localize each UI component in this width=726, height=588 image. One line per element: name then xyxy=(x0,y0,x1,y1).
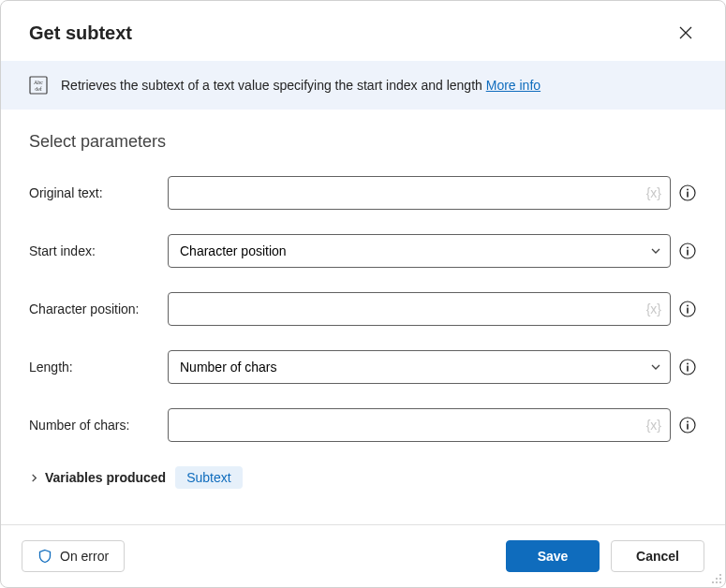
info-icon[interactable] xyxy=(678,242,697,260)
svg-point-13 xyxy=(687,362,689,364)
chevron-right-icon xyxy=(29,473,39,483)
field-number-of-chars: Number of chars: {x} xyxy=(29,408,697,442)
variables-produced-toggle[interactable]: Variables produced xyxy=(29,470,166,485)
number-of-chars-input[interactable] xyxy=(168,408,671,442)
on-error-label: On error xyxy=(60,549,109,564)
select-wrap: Character position xyxy=(168,234,671,268)
svg-rect-11 xyxy=(687,308,689,314)
svg-rect-8 xyxy=(687,250,689,256)
select-wrap: Number of chars xyxy=(168,350,671,384)
svg-point-4 xyxy=(687,188,689,190)
label-length: Length: xyxy=(29,360,160,375)
field-original-text: Original text: {x} xyxy=(29,176,697,210)
variable-chip[interactable]: Subtext xyxy=(175,466,242,489)
input-wrap: {x} xyxy=(168,408,671,442)
description-banner: Abc def Retrieves the subtext of a text … xyxy=(1,61,725,110)
info-icon[interactable] xyxy=(678,184,697,202)
svg-point-7 xyxy=(687,246,689,248)
svg-rect-5 xyxy=(687,192,689,198)
svg-point-16 xyxy=(687,420,689,422)
svg-rect-14 xyxy=(687,366,689,372)
abc-icon: Abc def xyxy=(29,76,48,95)
description-text: Retrieves the subtext of a text value sp… xyxy=(61,78,541,93)
svg-text:def: def xyxy=(35,86,42,92)
dialog: Get subtext Abc def Retrieves the subtex… xyxy=(0,0,726,588)
label-original-text: Original text: xyxy=(29,185,160,200)
svg-point-10 xyxy=(687,304,689,306)
content-area: Select parameters Original text: {x} Sta… xyxy=(1,110,725,524)
dialog-title: Get subtext xyxy=(29,22,132,44)
info-icon[interactable] xyxy=(678,416,697,434)
variables-produced-row: Variables produced Subtext xyxy=(29,466,697,489)
shield-icon xyxy=(37,549,52,564)
field-length: Length: Number of chars xyxy=(29,350,697,384)
field-character-position: Character position: {x} xyxy=(29,292,697,326)
close-button[interactable] xyxy=(671,18,701,48)
original-text-input[interactable] xyxy=(168,176,671,210)
start-index-select[interactable]: Character position xyxy=(168,234,671,268)
variables-produced-label: Variables produced xyxy=(45,470,166,485)
more-info-link[interactable]: More info xyxy=(486,78,541,93)
dialog-header: Get subtext xyxy=(1,1,725,61)
svg-rect-17 xyxy=(687,424,689,430)
section-title: Select parameters xyxy=(29,132,697,152)
dialog-footer: On error Save Cancel xyxy=(1,524,725,587)
label-number-of-chars: Number of chars: xyxy=(29,418,160,433)
close-icon xyxy=(679,26,692,39)
field-start-index: Start index: Character position xyxy=(29,234,697,268)
info-icon[interactable] xyxy=(678,358,697,376)
input-wrap: {x} xyxy=(168,292,671,326)
label-character-position: Character position: xyxy=(29,301,160,316)
footer-actions: Save Cancel xyxy=(506,540,704,572)
info-icon[interactable] xyxy=(678,300,697,318)
cancel-button[interactable]: Cancel xyxy=(611,540,704,572)
length-select[interactable]: Number of chars xyxy=(168,350,671,384)
on-error-button[interactable]: On error xyxy=(22,540,125,572)
character-position-input[interactable] xyxy=(168,292,671,326)
svg-text:Abc: Abc xyxy=(34,80,43,85)
label-start-index: Start index: xyxy=(29,243,160,258)
input-wrap: {x} xyxy=(168,176,671,210)
description-body: Retrieves the subtext of a text value sp… xyxy=(61,78,486,93)
save-button[interactable]: Save xyxy=(506,540,600,572)
